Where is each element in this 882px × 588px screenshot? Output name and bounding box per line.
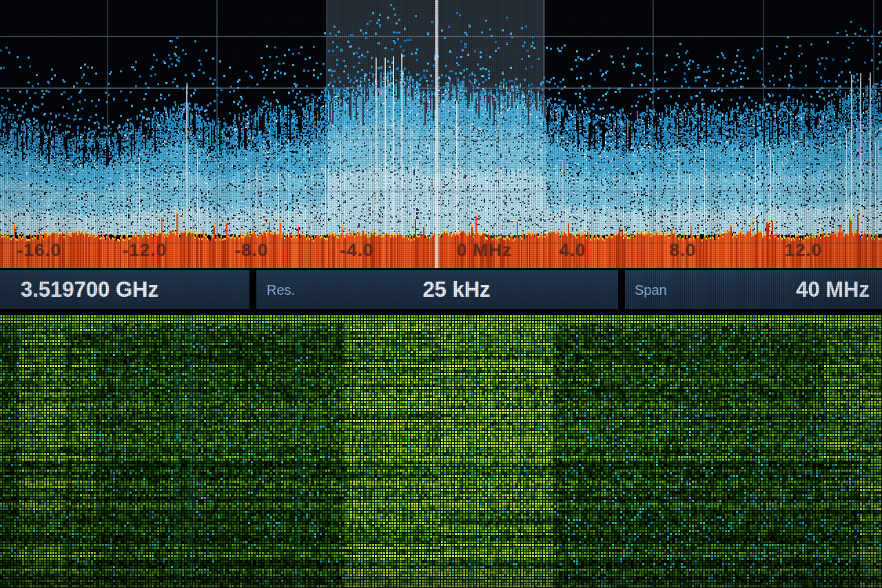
waterfall-spectrogram-canvas	[0, 315, 882, 588]
center-frequency-value: 3.519700 GHz	[21, 279, 158, 300]
waterfall-display	[0, 315, 882, 588]
center-frequency-readout[interactable]: 3.519700 GHz	[0, 270, 249, 309]
status-bar: 3.519700 GHz Res. 25 kHz Span 40 MHz	[0, 268, 882, 315]
resolution-label: Res.	[267, 283, 295, 297]
span-label: Span	[635, 283, 667, 297]
spectrum-display: -16.0 -12.0 -8.0 -4.0 0 MHz 4.0 8.0 12.0	[0, 0, 882, 268]
span-value: 40 MHz	[796, 279, 870, 300]
spectrum-analyzer-screen: -16.0 -12.0 -8.0 -4.0 0 MHz 4.0 8.0 12.0…	[0, 0, 882, 588]
span-readout[interactable]: Span 40 MHz	[625, 270, 882, 309]
status-bar-divider	[249, 270, 256, 309]
status-bar-divider	[618, 270, 625, 309]
resolution-bandwidth-readout[interactable]: Res. 25 kHz	[256, 270, 618, 309]
spectrum-trace-canvas	[0, 0, 882, 268]
resolution-value: 25 kHz	[422, 279, 490, 300]
